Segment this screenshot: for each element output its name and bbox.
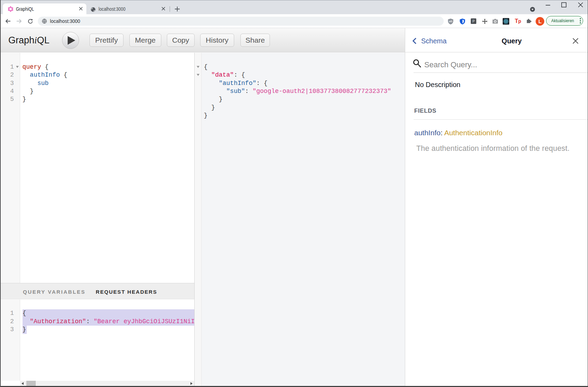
svg-text:P: P [472,19,475,23]
svg-text:uO: uO [449,20,452,22]
